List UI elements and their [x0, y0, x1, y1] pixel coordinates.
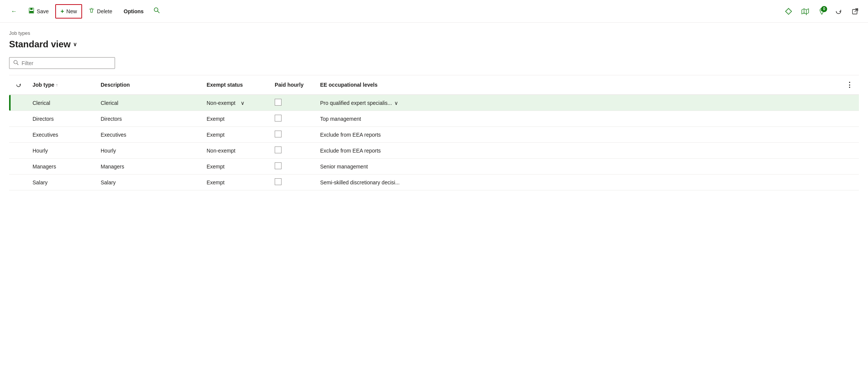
cell-description: Directors: [96, 111, 202, 127]
svg-rect-1: [30, 8, 33, 10]
paid-hourly-checkbox[interactable]: [275, 131, 282, 137]
th-job-type-label: Job type: [33, 82, 54, 88]
refresh-rows-icon[interactable]: [14, 82, 23, 88]
sort-ascending-icon[interactable]: ↑: [56, 83, 58, 87]
cell-job-type: Clerical: [28, 95, 96, 111]
cell-description: Managers: [96, 159, 202, 175]
reload-icon[interactable]: [832, 5, 845, 18]
notification-badge: 0: [821, 6, 827, 12]
breadcrumb: Job types: [9, 30, 859, 36]
table-row[interactable]: SalarySalaryExemptSemi-skilled discretio…: [9, 175, 859, 190]
svg-rect-2: [30, 11, 33, 13]
search-icon[interactable]: [150, 4, 163, 19]
save-icon: [28, 8, 34, 15]
th-exempt-status[interactable]: Exempt status: [202, 75, 270, 95]
paid-hourly-checkbox[interactable]: [275, 115, 282, 122]
data-table: Job type ↑ Description Exempt status Pai…: [9, 75, 859, 190]
save-label: Save: [37, 8, 49, 14]
cell-exempt-status: Exempt: [202, 127, 270, 143]
th-ee-occupational[interactable]: EE occupational levels ⋮: [316, 75, 859, 95]
paid-hourly-checkbox[interactable]: [275, 147, 282, 153]
cell-description: Executives: [96, 127, 202, 143]
cell-ee-levels[interactable]: Pro qualified expert specialis...∨: [316, 95, 859, 111]
ee-levels-value: Pro qualified expert specialis...: [320, 100, 392, 106]
th-paid-hourly[interactable]: Paid hourly: [270, 75, 316, 95]
svg-line-9: [855, 9, 858, 12]
cell-description: Salary: [96, 175, 202, 190]
cell-paid-hourly[interactable]: [270, 143, 316, 159]
svg-line-11: [17, 64, 19, 65]
table-header: Job type ↑ Description Exempt status Pai…: [9, 75, 859, 95]
external-icon[interactable]: [848, 5, 862, 18]
delete-icon: [89, 8, 95, 15]
cell-paid-hourly[interactable]: [270, 95, 316, 111]
save-button[interactable]: Save: [23, 4, 54, 19]
cell-job-type: Salary: [28, 175, 96, 190]
back-button[interactable]: ←: [6, 5, 22, 18]
paid-hourly-checkbox[interactable]: [275, 178, 282, 185]
table-body: ClericalClericalNon-exempt∨Pro qualified…: [9, 95, 859, 190]
filter-container: [9, 57, 859, 69]
cell-job-type: Managers: [28, 159, 96, 175]
column-options-icon[interactable]: ⋮: [845, 79, 854, 90]
cell-paid-hourly[interactable]: [270, 127, 316, 143]
svg-point-3: [154, 8, 158, 12]
map-icon[interactable]: [798, 5, 812, 18]
new-label: New: [66, 8, 77, 14]
th-ee-label: EE occupational levels: [320, 82, 378, 88]
th-exempt-label: Exempt status: [207, 82, 243, 88]
back-icon: ←: [11, 8, 17, 15]
cell-ee-levels: Exclude from EEA reports: [316, 127, 859, 143]
filter-search-icon: [13, 60, 19, 66]
table-row[interactable]: ClericalClericalNon-exempt∨Pro qualified…: [9, 95, 859, 111]
pin-icon[interactable]: 0: [815, 5, 829, 18]
th-description[interactable]: Description: [96, 75, 202, 95]
table-row[interactable]: DirectorsDirectorsExemptTop management: [9, 111, 859, 127]
row-selector-cell[interactable]: [9, 143, 28, 159]
page-content: Job types Standard view ∨: [0, 23, 868, 385]
delete-label: Delete: [97, 8, 112, 14]
table-row[interactable]: ExecutivesExecutivesExemptExclude from E…: [9, 127, 859, 143]
th-job-type[interactable]: Job type ↑: [28, 75, 96, 95]
view-dropdown-icon[interactable]: ∨: [73, 41, 77, 47]
paid-hourly-checkbox[interactable]: [275, 162, 282, 169]
cell-description: Hourly: [96, 143, 202, 159]
cell-exempt-status: Non-exempt: [202, 143, 270, 159]
new-button[interactable]: + New: [55, 4, 82, 19]
options-button[interactable]: Options: [119, 5, 149, 18]
table-row[interactable]: HourlyHourlyNon-exemptExclude from EEA r…: [9, 143, 859, 159]
page-title: Standard view ∨: [9, 39, 859, 50]
row-selector-cell[interactable]: [9, 175, 28, 190]
cell-paid-hourly[interactable]: [270, 159, 316, 175]
svg-line-4: [157, 11, 159, 13]
th-paid-label: Paid hourly: [275, 82, 303, 88]
th-description-label: Description: [101, 82, 130, 88]
table-row[interactable]: ManagersManagersExemptSenior management: [9, 159, 859, 175]
cell-exempt-status[interactable]: Non-exempt∨: [202, 95, 270, 111]
exempt-dropdown-icon[interactable]: ∨: [241, 100, 244, 106]
exempt-value: Non-exempt: [207, 100, 235, 106]
row-selector-cell[interactable]: [9, 95, 28, 111]
cell-exempt-status: Exempt: [202, 175, 270, 190]
ee-dropdown-icon[interactable]: ∨: [394, 100, 398, 106]
filter-input[interactable]: [22, 60, 111, 66]
cell-ee-levels: Top management: [316, 111, 859, 127]
th-selector: [9, 75, 28, 95]
delete-button[interactable]: Delete: [84, 4, 117, 19]
filter-input-wrap: [9, 57, 115, 69]
cell-ee-levels: Senior management: [316, 159, 859, 175]
row-selector-cell[interactable]: [9, 111, 28, 127]
cell-job-type: Executives: [28, 127, 96, 143]
cell-exempt-status: Exempt: [202, 159, 270, 175]
cell-paid-hourly[interactable]: [270, 175, 316, 190]
cell-exempt-status: Exempt: [202, 111, 270, 127]
toolbar: ← Save + New Delete Options: [0, 0, 868, 23]
paid-hourly-checkbox[interactable]: [275, 99, 282, 106]
row-selector-cell[interactable]: [9, 127, 28, 143]
cell-ee-levels: Exclude from EEA reports: [316, 143, 859, 159]
diamond-icon[interactable]: [782, 5, 795, 18]
row-selector-cell[interactable]: [9, 159, 28, 175]
options-label: Options: [124, 8, 144, 14]
cell-ee-levels: Semi-skilled discretionary decisi...: [316, 175, 859, 190]
cell-paid-hourly[interactable]: [270, 111, 316, 127]
